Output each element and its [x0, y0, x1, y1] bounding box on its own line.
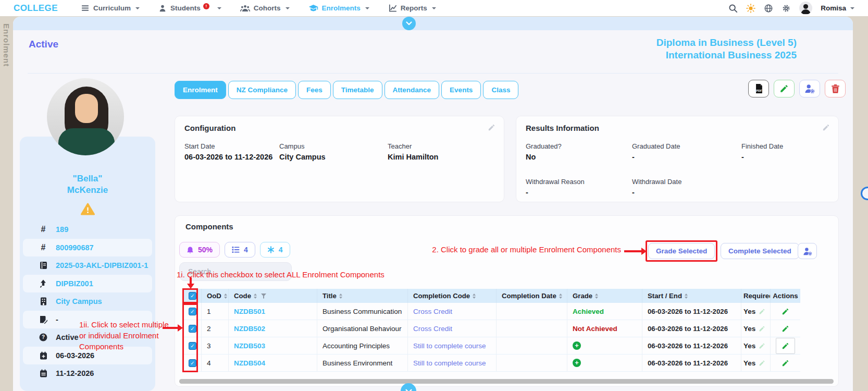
enrolments-icon: [308, 4, 318, 13]
field-graduated-date: Graduated Date -: [632, 142, 680, 161]
edit-grade-pencil-icon[interactable]: [782, 325, 789, 333]
tab-timetable[interactable]: Timetable: [333, 81, 382, 99]
bell-icon: [187, 246, 194, 254]
header-grade[interactable]: Grade: [567, 289, 642, 303]
person-gear-icon: [804, 84, 815, 93]
component-settings-button[interactable]: [798, 243, 817, 259]
main-card: Active Diploma in Business (Level 5) Int…: [13, 17, 853, 391]
component-code-link[interactable]: NZDB502: [234, 325, 265, 333]
profile-item-internal-id[interactable]: # 189: [23, 221, 152, 239]
filter-icon[interactable]: [261, 294, 266, 299]
tab-events[interactable]: Events: [441, 81, 481, 99]
chevron-down-icon: [432, 7, 436, 9]
warning-icon[interactable]: [81, 203, 95, 215]
profile-item-student-number[interactable]: # 800990687: [23, 239, 152, 257]
configuration-panel: Configuration Start Date 06-03-2026 to 1…: [175, 116, 504, 202]
header-completion-code[interactable]: Completion Code: [408, 289, 497, 303]
hash-icon: #: [39, 243, 48, 252]
sort-icon[interactable]: [473, 294, 476, 299]
edit-grade-pencil-icon[interactable]: [782, 308, 789, 315]
search-icon[interactable]: [728, 4, 738, 13]
component-count-badge: 4: [225, 242, 255, 258]
annotation-box-row-checkboxes: [182, 303, 198, 372]
completion-code-link[interactable]: Cross Credit: [413, 325, 452, 333]
pdf-file-icon: PDF: [754, 83, 764, 94]
profile-item-programme-code[interactable]: DIPBIZ001: [23, 275, 152, 293]
annotation-step2: 2. Click to grade all or multiple Enrolm…: [415, 245, 621, 254]
header-code[interactable]: Code: [229, 289, 317, 303]
profile-item-campus[interactable]: City Campus: [23, 292, 152, 311]
header-completion-date[interactable]: Completion Date: [497, 289, 567, 303]
nav-reports[interactable]: Reports: [388, 4, 436, 13]
header-actions: Actions: [771, 289, 800, 303]
pencil-disabled-icon: [759, 343, 765, 349]
collapse-chevron-button[interactable]: [402, 17, 416, 30]
sort-icon[interactable]: [685, 294, 688, 299]
horizontal-scrollbar[interactable]: [179, 379, 834, 384]
building-icon: [39, 297, 48, 306]
user-settings-button[interactable]: [799, 80, 820, 97]
header-title[interactable]: Title: [317, 289, 408, 303]
profile-detail-list: # 189 # 800990687 2025-03-AKL-DIPBIZ001-…: [20, 221, 155, 383]
sort-icon[interactable]: [559, 294, 562, 299]
export-pdf-button[interactable]: PDF: [748, 80, 769, 97]
tab-nz-compliance[interactable]: NZ Compliance: [228, 81, 296, 99]
avatar[interactable]: [799, 2, 812, 15]
edit-enrolment-button[interactable]: [774, 80, 795, 97]
grade-selected-button[interactable]: Grade Selected: [648, 243, 715, 259]
sort-icon[interactable]: [339, 294, 342, 299]
profile-item-cohort-code[interactable]: 2025-03-AKL-DIPBIZ001-1: [23, 256, 152, 275]
theme-sun-icon[interactable]: [746, 4, 755, 13]
chevron-down-icon[interactable]: [850, 7, 854, 9]
nav-cohorts[interactable]: Cohorts: [240, 4, 290, 13]
edit-grade-pencil-icon[interactable]: [782, 342, 789, 350]
note-pen-icon: [39, 315, 48, 324]
user-menu[interactable]: Romisa: [821, 4, 846, 12]
field-withdrawal-date: Withdrawal Date -: [632, 178, 681, 197]
chevron-down-icon: [135, 7, 140, 9]
table-row: 4 NZDB504 Business Environment Still to …: [184, 355, 800, 372]
pencil-disabled-icon: [759, 360, 765, 366]
tab-enrolment[interactable]: Enrolment: [175, 81, 226, 99]
nav-curriculum[interactable]: Curriculum: [81, 4, 140, 13]
annotation-step1ii: 1ii. Click to select multiple or individ…: [79, 319, 169, 352]
header-ood[interactable]: OoD: [202, 289, 229, 303]
tab-attendance[interactable]: Attendance: [385, 81, 440, 99]
gear-icon[interactable]: [782, 4, 791, 13]
required-count-badge: 4: [260, 242, 290, 258]
globe-icon[interactable]: [764, 4, 773, 13]
numbered-list-icon: [232, 246, 240, 253]
component-code-link[interactable]: NZDB501: [234, 308, 265, 315]
completion-code-link[interactable]: Still to complete course: [413, 342, 486, 350]
tab-fees[interactable]: Fees: [298, 81, 331, 99]
delete-enrolment-button[interactable]: [825, 80, 846, 97]
chevron-down-icon: [217, 7, 221, 9]
edit-pencil-icon[interactable]: [822, 124, 830, 131]
edit-grade-pencil-icon[interactable]: [782, 359, 789, 367]
nav-students[interactable]: Students !: [158, 4, 221, 13]
panel-title: Configuration: [184, 124, 235, 132]
completion-code-link[interactable]: Still to complete course: [413, 359, 486, 367]
field-campus: Campus City Campus: [279, 142, 326, 161]
component-code-link[interactable]: NZDB504: [234, 359, 265, 367]
pencil-disabled-icon: [759, 308, 765, 315]
app-logo[interactable]: COLLEGE: [14, 3, 58, 14]
tab-class[interactable]: Class: [483, 81, 518, 99]
sort-icon[interactable]: [595, 294, 598, 299]
add-grade-icon[interactable]: [573, 359, 581, 367]
chevron-down-icon: [286, 7, 290, 9]
completion-code-link[interactable]: Cross Credit: [413, 308, 452, 315]
profile-item-end-date[interactable]: 11-12-2026: [23, 364, 152, 383]
header-start-end[interactable]: Start / End: [642, 289, 741, 303]
add-grade-icon[interactable]: [573, 341, 581, 350]
component-title: Accounting Principles: [317, 337, 408, 354]
edit-pencil-icon[interactable]: [488, 124, 495, 131]
table-row: 3 NZDB503 Accounting Principles Still to…: [184, 337, 800, 355]
sort-icon[interactable]: [254, 294, 257, 299]
component-code-link[interactable]: NZDB503: [234, 342, 265, 350]
sort-icon[interactable]: [224, 294, 227, 299]
nav-enrolments[interactable]: Enrolments: [308, 4, 369, 13]
header-required[interactable]: Required: [741, 289, 771, 303]
trash-icon: [831, 84, 840, 93]
complete-selected-button[interactable]: Complete Selected: [721, 243, 799, 259]
